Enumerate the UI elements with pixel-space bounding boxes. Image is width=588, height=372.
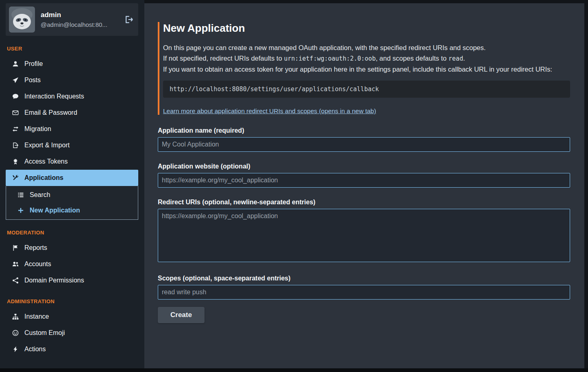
arrows-left-right-icon [11, 126, 19, 132]
user-card: admin @admin@localhost:80... [6, 3, 138, 36]
intro-line-2: If not specified, redirect URIs defaults… [163, 53, 570, 63]
redirect-uris-textarea[interactable] [158, 209, 570, 262]
intro-line-1: On this page you can create a new manage… [163, 43, 570, 53]
section-title-user: USER [7, 46, 138, 52]
application-name-input[interactable] [158, 137, 570, 152]
sidebar-item-export-import[interactable]: Export & Import [6, 137, 138, 153]
sidebar-item-label: Access Tokens [24, 158, 68, 165]
sidebar-item-label: Interaction Requests [24, 93, 84, 100]
intro-line-2-text: If not specified, redirect URIs defaults… [163, 55, 284, 62]
sidebar-item-label: Applications [24, 174, 63, 182]
settings-sidebar: admin @admin@localhost:80... USER Profil… [0, 0, 144, 368]
sidebar-item-label: Instance [24, 313, 49, 320]
sidebar-item-label: Profile [24, 60, 43, 68]
comment-icon [11, 93, 19, 100]
user-avatar [9, 7, 35, 33]
certificate-icon [11, 158, 19, 165]
submenu-item-new-application[interactable]: New Application [6, 203, 138, 218]
file-export-icon [11, 142, 19, 149]
sidebar-item-label: Posts [24, 77, 41, 84]
application-website-label: Application website (optional) [158, 163, 570, 170]
sidebar-item-profile[interactable]: Profile [6, 56, 138, 72]
sidebar-item-email-password[interactable]: Email & Password [6, 105, 138, 121]
bottom-edge [0, 368, 588, 372]
sign-out-icon[interactable] [124, 15, 133, 24]
sidebar-item-actions[interactable]: Actions [6, 341, 138, 357]
create-button[interactable]: Create [158, 307, 205, 323]
learn-more-link[interactable]: Learn more about application redirect UR… [163, 107, 376, 115]
scopes-label: Scopes (optional, space-separated entrie… [158, 275, 570, 282]
envelope-lock-icon [11, 109, 19, 116]
user-icon [11, 61, 19, 67]
callback-url: http://localhost:8080/settings/user/appl… [163, 81, 570, 98]
sidebar-item-label: Custom Emoji [24, 329, 65, 337]
section-title-administration: ADMINISTRATION [7, 298, 138, 304]
tools-icon [11, 175, 19, 181]
share-nodes-icon [11, 277, 19, 284]
plus-icon [17, 207, 24, 214]
sitemap-icon [11, 313, 19, 320]
sidebar-item-label: Accounts [24, 260, 51, 268]
sidebar-item-label: Domain Permissions [24, 277, 84, 284]
sidebar-item-label: Migration [24, 125, 51, 133]
scopes-input[interactable] [158, 285, 570, 300]
sidebar-item-access-tokens[interactable]: Access Tokens [6, 153, 138, 170]
smile-icon [11, 330, 19, 336]
main-panel: New Application On this page you can cre… [144, 3, 584, 368]
sidebar-item-label: Actions [24, 346, 46, 353]
redirect-uris-label: Redirect URIs (optional, newline-separat… [158, 199, 570, 206]
read-scope-code: read [449, 55, 463, 62]
sidebar-item-applications[interactable]: Applications [6, 170, 138, 186]
page-title: New Application [163, 22, 570, 35]
list-icon [17, 192, 24, 198]
submenu-item-search[interactable]: Search [6, 187, 138, 203]
sidebar-item-label: Email & Password [24, 109, 77, 116]
intro-block: New Application On this page you can cre… [158, 22, 570, 115]
intro-line-3: If you want to obtain an access token fo… [163, 64, 570, 74]
flag-icon [11, 245, 19, 251]
sidebar-item-label: Reports [24, 244, 47, 252]
sidebar-item-posts[interactable]: Posts [6, 72, 138, 88]
application-website-input[interactable] [158, 173, 570, 188]
intro-line-2-text: , and scopes defaults to [376, 55, 449, 62]
users-icon [11, 261, 19, 267]
oob-uri-code: urn:ietf:wg:oauth:2.0:oob [284, 55, 376, 62]
sidebar-item-custom-emoji[interactable]: Custom Emoji [6, 325, 138, 341]
sidebar-item-migration[interactable]: Migration [6, 121, 138, 137]
paper-plane-icon [11, 77, 19, 83]
user-name: admin [41, 11, 107, 19]
sidebar-item-instance[interactable]: Instance [6, 309, 138, 325]
sidebar-item-interaction-requests[interactable]: Interaction Requests [6, 88, 138, 105]
intro-line-2-text: . [463, 55, 465, 62]
user-meta: admin @admin@localhost:80... [41, 11, 107, 28]
user-handle: @admin@localhost:80... [41, 21, 107, 28]
submenu-item-label: New Application [30, 207, 80, 214]
sidebar-item-accounts[interactable]: Accounts [6, 256, 138, 272]
sidebar-item-reports[interactable]: Reports [6, 240, 138, 256]
section-title-moderation: MODERATION [7, 230, 138, 236]
submenu-item-label: Search [30, 191, 50, 199]
applications-submenu: Search New Application [6, 186, 138, 220]
sidebar-item-domain-permissions[interactable]: Domain Permissions [6, 272, 138, 289]
sidebar-item-label: Export & Import [24, 142, 70, 149]
new-application-form: Application name (required) Application … [158, 127, 570, 323]
application-name-label: Application name (required) [158, 127, 570, 134]
bolt-icon [11, 346, 19, 352]
